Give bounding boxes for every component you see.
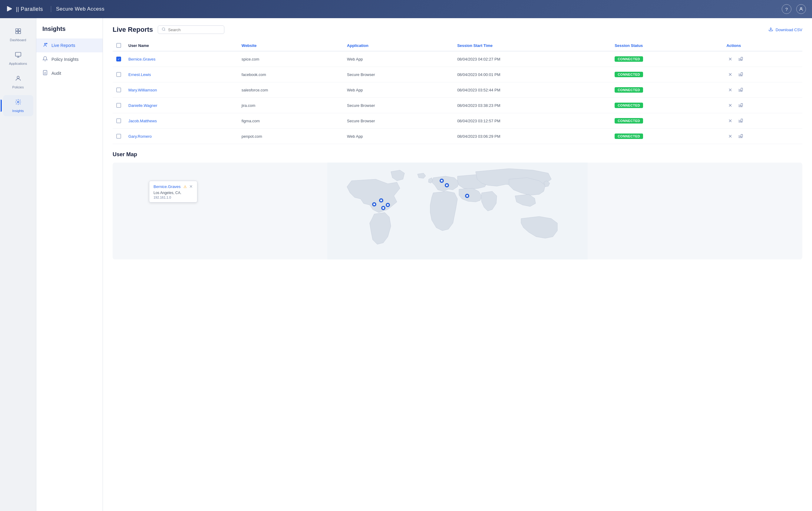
user-link[interactable]: Gary.Romero: [128, 134, 152, 139]
sidebar-policies-label: Policies: [12, 85, 24, 89]
map-pin-la[interactable]: [372, 202, 376, 207]
sidebar-item-audit[interactable]: Audit: [36, 66, 103, 80]
row-checkbox[interactable]: [116, 118, 121, 123]
table-header: User Name Website Application Session St…: [113, 40, 802, 51]
svg-point-9: [17, 101, 19, 103]
terminate-session-icon[interactable]: [726, 117, 734, 125]
user-link[interactable]: Jacob.Matthews: [128, 119, 157, 123]
map-pin-us-east[interactable]: [386, 203, 390, 207]
svg-point-47: [387, 204, 389, 206]
audit-icon: [42, 70, 48, 77]
parallels-name: || Parallels: [16, 6, 43, 12]
action-icons: [726, 55, 799, 63]
user-link[interactable]: Bernice.Graves: [128, 57, 155, 61]
row-checkbox[interactable]: [116, 88, 121, 92]
cast-icon[interactable]: [736, 70, 745, 79]
connected-badge: CONNECTED: [615, 72, 643, 77]
row-checkbox[interactable]: [116, 72, 121, 77]
cast-icon[interactable]: [736, 117, 745, 125]
policy-insights-label: Policy Insights: [52, 57, 79, 62]
svg-rect-5: [15, 52, 21, 56]
svg-rect-19: [741, 57, 743, 60]
terminate-session-icon[interactable]: [726, 86, 734, 94]
sidebar-item-policies[interactable]: Policies: [3, 71, 33, 93]
sidebar-item-applications[interactable]: Applications: [3, 48, 33, 69]
live-reports-table: User Name Website Application Session St…: [113, 40, 802, 144]
svg-line-15: [165, 30, 165, 31]
sidebar-dashboard-label: Dashboard: [10, 38, 26, 42]
download-csv-label: Download CSV: [776, 28, 802, 32]
tooltip-username[interactable]: Bernice.Graves: [153, 184, 181, 189]
download-csv-button[interactable]: Download CSV: [768, 27, 802, 33]
dashboard-icon: [15, 28, 22, 36]
user-link[interactable]: Mary.Williamson: [128, 88, 157, 92]
sidebar-item-dashboard[interactable]: Dashboard: [3, 24, 33, 46]
user-link[interactable]: Ernest.Lewis: [128, 72, 151, 77]
sidebar-item-live-reports[interactable]: Live Reports: [36, 38, 103, 52]
left-sidebar: Dashboard Applications Policies: [0, 18, 36, 511]
svg-point-10: [45, 43, 46, 45]
row-checkbox[interactable]: ✓: [116, 57, 121, 61]
row-checkbox[interactable]: [116, 103, 121, 108]
user-link[interactable]: Danielle.Wagner: [128, 103, 157, 108]
sidebar-item-insights[interactable]: Insights: [3, 95, 33, 116]
terminate-session-icon[interactable]: [726, 101, 734, 109]
terminate-session-icon[interactable]: [726, 70, 734, 79]
svg-point-51: [441, 180, 443, 182]
insights-icon: [15, 99, 22, 107]
connected-badge: CONNECTED: [615, 133, 643, 139]
user-profile-button[interactable]: [796, 4, 806, 14]
row-username: Bernice.Graves: [125, 51, 238, 67]
svg-point-45: [380, 200, 382, 201]
cast-icon[interactable]: [736, 86, 745, 94]
row-session-start: 08/04/2023 04:02:27 PM: [454, 51, 611, 67]
tooltip-user-info: Bernice.Graves ⚠: [153, 184, 187, 189]
header-checkbox[interactable]: [116, 43, 121, 48]
map-pin-europe-central[interactable]: [445, 183, 449, 187]
header-actions: Actions: [723, 40, 802, 51]
map-title: User Map: [113, 151, 802, 158]
sidebar-applications-label: Applications: [9, 62, 27, 65]
row-website: spice.com: [238, 51, 343, 67]
map-pin-middle-east[interactable]: [465, 194, 469, 198]
tooltip-location: Los Angeles, CA.: [153, 191, 193, 195]
terminate-session-icon[interactable]: [726, 55, 734, 63]
main-layout: Dashboard Applications Policies: [0, 18, 812, 511]
cast-icon[interactable]: [736, 132, 745, 140]
download-icon: [768, 27, 773, 33]
svg-rect-23: [741, 73, 743, 75]
table-row: Gary.Romero penpot.com Web App 08/04/202…: [113, 129, 802, 144]
map-pin-us-central[interactable]: [379, 198, 383, 203]
map-tooltip: Bernice.Graves ⚠ ✕ Los Angeles, CA. 192.…: [149, 181, 197, 203]
table-row: Danielle.Wagner jira.com Secure Browser …: [113, 98, 802, 113]
row-application: Web App: [343, 51, 454, 67]
tooltip-close-button[interactable]: ✕: [189, 184, 193, 189]
terminate-session-icon[interactable]: [726, 132, 734, 140]
cast-icon[interactable]: [736, 55, 745, 63]
row-checkbox[interactable]: [116, 134, 121, 139]
app-logo: ⫸ || Parallels Secure Web Access: [6, 5, 105, 13]
cast-icon[interactable]: [736, 101, 745, 109]
sidebar-insights-label: Insights: [12, 109, 24, 113]
map-pin-us-south[interactable]: [381, 206, 385, 210]
svg-rect-31: [741, 103, 743, 106]
svg-rect-4: [18, 31, 20, 34]
connected-badge: CONNECTED: [615, 102, 643, 108]
search-icon: [162, 27, 166, 32]
map-pin-europe-north[interactable]: [440, 179, 444, 183]
table-row: Ernest.Lewis facebook.com Secure Browser…: [113, 67, 802, 82]
row-session-status: CONNECTED: [611, 51, 723, 67]
svg-point-53: [446, 184, 448, 186]
sidebar-item-policy-insights[interactable]: Policy Insights: [36, 52, 103, 66]
search-box[interactable]: [158, 25, 224, 34]
header-checkbox-cell: [113, 40, 125, 51]
svg-rect-35: [741, 119, 743, 121]
search-input[interactable]: [168, 28, 221, 32]
live-reports-label: Live Reports: [52, 43, 76, 48]
header-session-start: Session Start Time: [454, 40, 611, 51]
help-button[interactable]: ?: [782, 4, 791, 14]
app-title: Secure Web Access: [51, 6, 105, 12]
page-title: Live Reports: [113, 26, 153, 34]
user-map: Bernice.Graves ⚠ ✕ Los Angeles, CA. 192.…: [113, 162, 802, 260]
secondary-sidebar: Insights Live Reports Policy Insights: [36, 18, 103, 511]
